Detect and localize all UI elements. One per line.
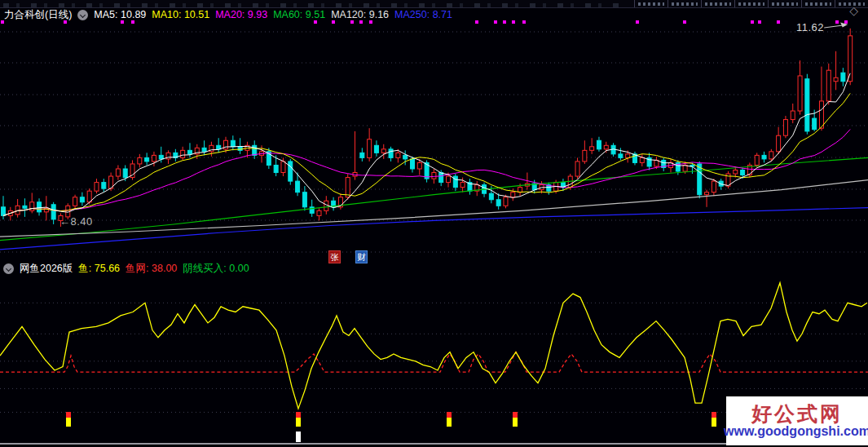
magenta-signal-dots	[1, 20, 848, 24]
low-price-annotation: ←8.40	[59, 215, 93, 228]
buy-signal-bars	[66, 412, 716, 442]
ma-line-MA10	[3, 93, 850, 215]
collapse-chevron-icon[interactable]	[3, 263, 14, 274]
watermark: 好公式网 www.goodgongshi.com	[726, 396, 868, 445]
watermark-url: www.goodgongshi.com	[724, 424, 868, 439]
watermark-site-name: 好公式网	[751, 403, 843, 424]
indicator-series-layer	[0, 283, 868, 409]
net-value-label: 鱼网: 38.00	[126, 262, 177, 276]
event-marker-zhang[interactable]: 张	[328, 250, 341, 263]
sub-panel-header: 网鱼2026版 鱼: 75.66 鱼网: 38.00 阴线买入: 0.00	[3, 262, 249, 276]
white-signal-bar	[296, 432, 301, 442]
chart-canvas[interactable]	[0, 0, 868, 447]
main-grid	[0, 32, 868, 252]
fish-value-label: 鱼: 75.66	[78, 262, 120, 276]
series-鱼	[0, 283, 867, 409]
series-鱼网	[0, 352, 868, 373]
event-marker-cai[interactable]: 财	[355, 250, 368, 263]
indicator-title: 网鱼2026版	[20, 262, 73, 276]
candles-layer	[2, 29, 853, 227]
buy-signal-label: 阴线买入: 0.00	[183, 262, 249, 276]
trading-app-window: 力合科创(日线) MA5: 10.89 MA10: 10.51 MA20: 9.…	[0, 0, 868, 447]
high-price-annotation: 11.62	[796, 21, 824, 33]
ma-lines-layer	[0, 73, 868, 250]
